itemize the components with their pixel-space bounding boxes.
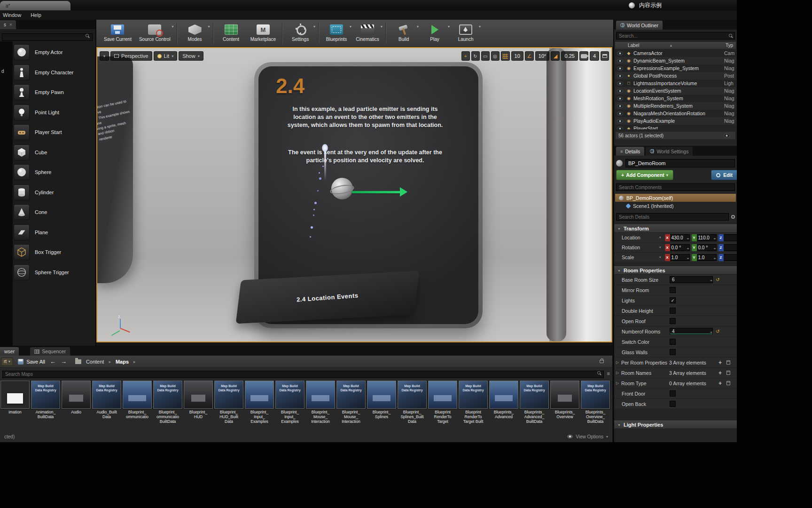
marketplace-button[interactable]: M Marketplace <box>247 20 280 47</box>
launch-button[interactable]: Launch ▾ <box>450 20 481 47</box>
mirror-room-checkbox[interactable] <box>670 287 676 293</box>
modes-tab[interactable]: s × <box>0 20 16 29</box>
outliner-row[interactable]: ◈ PlayerStart <box>615 125 736 129</box>
sort-ascending-icon[interactable]: ▲ <box>669 44 672 47</box>
rotation-x-input[interactable]: 0.0 °◂▸ <box>670 244 690 251</box>
settings-button[interactable]: Settings ▾ <box>285 20 316 47</box>
search-details-input[interactable] <box>616 213 729 221</box>
asset-item[interactable]: Blueprint_ Input_ Examples <box>244 381 274 424</box>
place-item-cube[interactable]: Cube <box>0 144 95 160</box>
outliner-row[interactable]: ● Global PostProcess Post <box>615 72 736 79</box>
asset-item[interactable]: Map Build Data Registry Blueprints_ Adva… <box>519 381 549 424</box>
asset-item[interactable]: Map Build Data Registry Blueprints_ Over… <box>580 381 610 424</box>
lit-mode-button[interactable]: Lit ▾ <box>154 51 178 61</box>
visibility-eye-icon[interactable] <box>617 119 623 123</box>
view-options-button[interactable]: View Options ▾ <box>567 434 608 439</box>
place-item-empty-pawn[interactable]: Empty Pawn <box>0 84 95 100</box>
clear-array-icon[interactable] <box>726 381 730 385</box>
content-button[interactable]: Content <box>216 20 247 47</box>
scale-z-input[interactable] <box>724 254 737 261</box>
play-button[interactable]: Play ▾ <box>419 20 450 47</box>
modes-button[interactable]: Modes ▾ <box>180 20 211 47</box>
maximize-viewport-icon[interactable] <box>601 51 609 61</box>
place-item-player-start[interactable]: Player Start <box>0 124 95 140</box>
outliner-column-header[interactable]: Label ▲ Typ <box>615 42 736 49</box>
scale-x-input[interactable]: 1.0◂▸ <box>670 254 690 261</box>
asset-item[interactable]: Blueprint RenderTo Target <box>428 381 458 424</box>
asset-item[interactable]: Blueprint_ ommunicatio <box>122 381 152 419</box>
visibility-eye-icon[interactable] <box>617 104 623 108</box>
expander-closed-icon[interactable]: ▷ <box>616 371 621 375</box>
place-item-sphere[interactable]: Sphere <box>0 164 95 180</box>
expander-closed-icon[interactable]: ▷ <box>616 381 621 385</box>
rotation-z-input[interactable] <box>724 244 737 251</box>
visibility-eye-icon[interactable] <box>617 96 623 101</box>
asset-item[interactable]: Map Build Data Registry Blueprint_ HUD_B… <box>214 381 244 424</box>
menu-window[interactable]: Window <box>3 12 21 18</box>
actor-name-input[interactable] <box>625 159 735 167</box>
reset-to-default-icon[interactable]: ↺ <box>716 277 719 282</box>
camera-speed-icon[interactable] <box>579 51 588 61</box>
add-component-button[interactable]: + Add Component ▾ <box>616 170 673 180</box>
add-array-element-icon[interactable]: + <box>718 370 722 376</box>
selected-actor-sphere[interactable] <box>331 178 353 199</box>
asset-item[interactable]: Blueprint_ Splines <box>367 381 397 419</box>
front-door-checkbox[interactable] <box>670 390 676 397</box>
component-self-row[interactable]: BP_DemoRoom(self) <box>615 194 736 202</box>
place-item-sphere-trigger[interactable]: Sphere Trigger <box>0 264 95 280</box>
visibility-eye-icon[interactable] <box>617 59 623 63</box>
level-viewport[interactable]: ulation can be used to drive s. This exa… <box>96 47 612 342</box>
outliner-row[interactable]: ◉ NiagaraMeshOrientationRotation Niag <box>615 110 736 117</box>
component-scene-row[interactable]: Scene1 (Inherited) <box>615 202 736 210</box>
camera-speed-value[interactable]: 4 <box>590 51 599 61</box>
visibility-eye-icon[interactable] <box>617 51 623 56</box>
back-arrow-icon[interactable]: ← <box>50 358 56 365</box>
reset-to-default-icon[interactable]: ↺ <box>716 329 719 334</box>
asset-item[interactable]: Map Build Data Registry Blueprint Render… <box>458 381 488 424</box>
move-tool-icon[interactable]: + <box>461 51 470 61</box>
outliner-row[interactable]: ◉ DynamicBeam_System Niag <box>615 57 736 64</box>
window-tab[interactable]: a* <box>0 1 70 10</box>
asset-item[interactable]: Blueprint_ Mouse_ Interaction <box>305 381 336 424</box>
outliner-row[interactable]: ◉ PlayAudioExample Niag <box>615 117 736 125</box>
asset-item[interactable]: Blueprint_ HUD <box>183 381 213 419</box>
filter-menu-icon[interactable]: ≡ <box>607 371 610 376</box>
scale-snap-value[interactable]: 0.25 <box>561 51 578 61</box>
build-button[interactable]: Build ▾ <box>388 20 419 47</box>
place-item-plane[interactable]: Plane <box>0 224 95 240</box>
asset-item[interactable]: Blueprints_ Advanced <box>489 381 519 419</box>
asset-item[interactable]: Map Build Data Registry Blueprint_ Splin… <box>397 381 427 424</box>
show-flags-button[interactable]: Show ▾ <box>179 51 203 61</box>
clear-array-icon[interactable] <box>726 360 730 365</box>
location-z-input[interactable] <box>724 234 737 241</box>
caret-down-icon[interactable]: ▾ <box>172 24 174 29</box>
caret-down-icon[interactable]: ▾ <box>381 24 383 29</box>
translate-gizmo-arrowhead[interactable] <box>400 187 407 197</box>
glass-walls-checkbox[interactable] <box>670 349 676 355</box>
details-settings-gear-icon[interactable] <box>731 215 735 219</box>
visibility-eye-icon[interactable] <box>617 111 623 116</box>
outliner-search-input[interactable] <box>616 32 735 40</box>
asset-item[interactable]: imation <box>0 381 30 414</box>
caret-down-icon[interactable]: ▾ <box>350 24 351 29</box>
rotation-snap-value[interactable]: 10° <box>535 51 550 61</box>
add-array-element-icon[interactable]: + <box>718 380 722 387</box>
room-properties-section-header[interactable]: ▼ Room Properties <box>614 266 737 275</box>
edit-blueprint-button[interactable]: Edit <box>711 170 737 180</box>
place-item-box-trigger[interactable]: Box Trigger <box>0 244 95 260</box>
scale-y-input[interactable]: 1.0◂▸ <box>697 254 717 261</box>
caret-down-icon[interactable]: ▾ <box>479 24 481 29</box>
rotation-y-input[interactable]: 0.0 °◂▸ <box>697 244 717 251</box>
place-search-input[interactable] <box>2 33 93 41</box>
visibility-eye-icon[interactable] <box>617 89 623 93</box>
asset-item[interactable]: Map Build Data Registry Blueprint_ Input… <box>275 381 305 424</box>
location-x-input[interactable]: 430.0◂▸ <box>670 234 690 241</box>
outliner-row[interactable]: ◆ CameraActor Cam <box>615 49 736 57</box>
save-current-button[interactable]: Save Current <box>100 20 135 47</box>
asset-item[interactable]: Map Build Data Registry Blueprint_ ommun… <box>153 381 183 424</box>
expander-closed-icon[interactable]: ▷ <box>616 360 621 365</box>
tab-content-browser[interactable]: wser <box>0 347 19 356</box>
translate-gizmo-y-axis[interactable] <box>352 191 401 193</box>
outliner-row[interactable]: □ LightmassImportanceVolume Ligh <box>615 79 736 87</box>
asset-item[interactable]: Map Build Data Registry Audio_Built Data <box>92 381 122 419</box>
